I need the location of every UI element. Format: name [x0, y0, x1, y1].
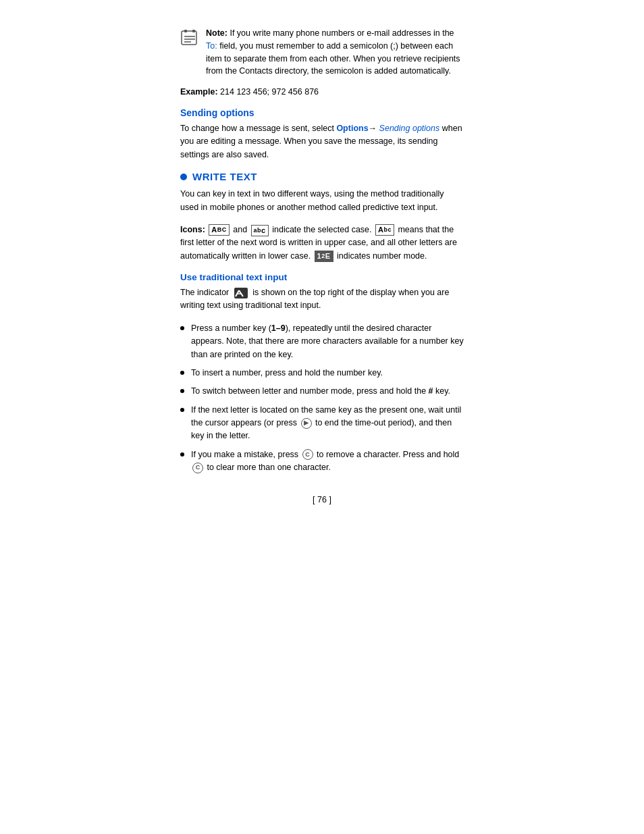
abc-upper-icon: ABC [209, 224, 229, 236]
use-traditional-heading: Use traditional text input [180, 272, 464, 282]
icons-desc-2: indicate the selected case. [272, 225, 374, 234]
icons-line: Icons: ABC and abc indicate the selected… [180, 224, 464, 263]
write-text-bullet [180, 174, 187, 180]
svg-rect-0 [182, 31, 196, 45]
note-icon [180, 28, 199, 47]
write-text-section-heading: WRITE TEXT [180, 171, 464, 182]
write-text-label: WRITE TEXT [192, 171, 257, 182]
bullet-dot [180, 326, 184, 330]
list-item-text: To insert a number, press and hold the n… [191, 367, 464, 380]
note-to-field: To: [206, 41, 217, 51]
options-link[interactable]: Options [336, 124, 368, 133]
note-box: Note: If you write many phone numbers or… [180, 27, 464, 78]
list-item-text: To switch between letter and number mode… [191, 385, 464, 398]
indicator-icon [234, 287, 248, 299]
bullet-dot [180, 371, 184, 375]
abc-mixed-icon: Abc [375, 224, 394, 236]
bullet-dot [180, 389, 184, 393]
list-item: Press a number key (1–9), repeatedly unt… [180, 322, 464, 361]
list-item-text: If you make a mistake, press C to remove… [191, 448, 464, 475]
icons-and-text: and [233, 225, 249, 234]
indicator-desc: The indicator is shown on the top right … [180, 286, 464, 313]
example-value: 214 123 456; 972 456 876 [220, 87, 319, 97]
note-body: If you write many phone numbers or e-mai… [206, 28, 460, 76]
icons-label: Icons: [180, 225, 205, 234]
page: Note: If you write many phone numbers or… [0, 0, 644, 834]
sending-options-body: To change how a message is sent, select … [180, 122, 464, 161]
num-mode-icon: 12E [315, 250, 333, 263]
list-item: If you make a mistake, press C to remove… [180, 448, 464, 475]
note-label: Note: [206, 28, 227, 38]
icons-desc-4: indicates number mode. [337, 251, 427, 261]
circle-button-clear2-icon: C [192, 463, 203, 473]
sending-options-link[interactable]: Sending options [379, 124, 440, 133]
content-area: Note: If you write many phone numbers or… [180, 27, 464, 504]
bullet-dot [180, 408, 184, 412]
svg-rect-2 [192, 30, 195, 32]
list-item-text: Press a number key (1–9), repeatedly unt… [191, 322, 464, 361]
traditional-input-list: Press a number key (1–9), repeatedly unt… [180, 322, 464, 475]
list-item: To switch between letter and number mode… [180, 385, 464, 398]
page-number: [ 76 ] [180, 495, 464, 504]
circle-button-icon: ▶ [301, 418, 312, 429]
list-item-text: If the next letter is located on the sam… [191, 404, 464, 443]
write-text-body1: You can key in text in two different way… [180, 188, 464, 214]
sending-options-heading: Sending options [180, 107, 464, 118]
list-item: To insert a number, press and hold the n… [180, 367, 464, 380]
abc-lower-icon: abc [251, 224, 269, 236]
example-line: Example: 214 123 456; 972 456 876 [180, 87, 464, 97]
indicator-desc-1: The indicator [180, 288, 232, 297]
svg-rect-1 [184, 30, 187, 32]
circle-button-clear-icon: C [302, 449, 313, 460]
bullet-dot [180, 452, 184, 457]
list-item: If the next letter is located on the sam… [180, 404, 464, 443]
note-text: Note: If you write many phone numbers or… [206, 27, 464, 78]
example-label: Example: [180, 87, 218, 97]
